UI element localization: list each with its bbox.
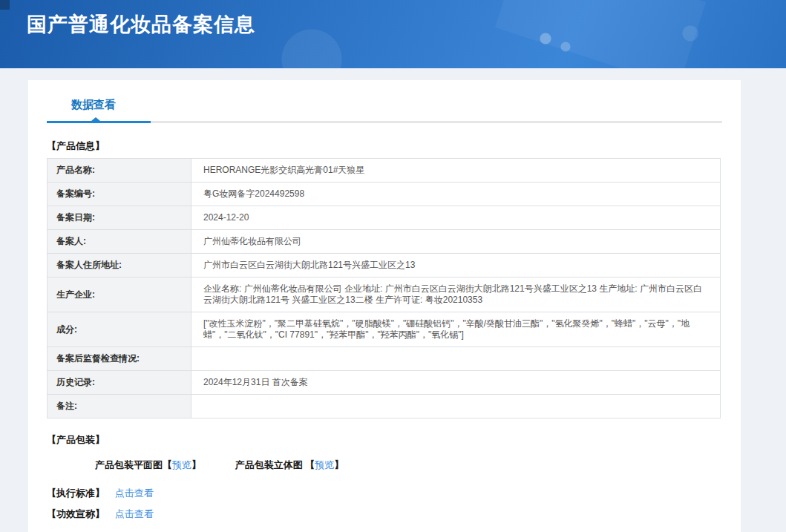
row-label: 生产企业:: [48, 278, 191, 312]
row-label: 备注:: [48, 395, 191, 418]
row-label: 备案人住所地址:: [48, 254, 191, 278]
bracket-close: 】: [191, 459, 201, 470]
product-info-table: 产品名称: HERORANGE光影交织高光膏01#天狼星 备案编号: 粤G妆网备…: [47, 158, 721, 418]
packaging-3d-item: 产品包装立体图 【预览】: [235, 459, 344, 472]
row-value: [191, 347, 721, 371]
row-label: 备案后监督检查情况:: [48, 347, 191, 371]
row-value: 粤G妆网备字2024492598: [191, 183, 721, 206]
table-row: 历史记录: 2024年12月31日 首次备案: [48, 371, 721, 395]
table-row: 备案人: 广州仙蒂化妆品有限公司: [48, 230, 721, 254]
table-row: 备案人住所地址: 广州市白云区白云湖街大朗北路121号兴盛工业区之13: [48, 254, 721, 278]
row-label: 备案编号:: [48, 183, 191, 206]
packaging-section-title: 【产品包装】: [47, 433, 722, 447]
packaging-flat-item: 产品包装平面图【预览】: [95, 459, 201, 472]
table-row: 备案日期: 2024-12-20: [48, 206, 721, 230]
row-label: 历史记录:: [48, 371, 191, 395]
table-row: 备注:: [48, 395, 721, 418]
packaging-3d-preview-link[interactable]: 预览: [315, 459, 334, 470]
row-label: 产品名称:: [48, 159, 191, 183]
row-label: 备案人:: [48, 230, 191, 254]
row-value: 2024-12-20: [191, 206, 721, 230]
tab-underline-track: [47, 121, 722, 123]
row-value: ["改性玉米淀粉"，"聚二甲基硅氧烷"，"硬脂酸镁"，"硼硅酸铝钙"，"辛酸/癸…: [191, 312, 721, 347]
efficacy-claim-row: 【功效宣称】 点击查看: [47, 508, 722, 521]
row-value: 广州仙蒂化妆品有限公司: [191, 230, 721, 254]
efficacy-claim-view-link[interactable]: 点击查看: [115, 508, 154, 519]
bracket-open: 【: [163, 459, 172, 470]
table-row: 成分: ["改性玉米淀粉"，"聚二甲基硅氧烷"，"硬脂酸镁"，"硼硅酸铝钙"，"…: [48, 312, 721, 347]
row-value: 2024年12月31日 首次备案: [191, 371, 721, 395]
header-decorative-shape: [495, 0, 706, 68]
exec-standard-view-link[interactable]: 点击查看: [115, 487, 154, 499]
packaging-3d-label: 产品包装立体图: [235, 459, 306, 470]
row-value: 广州市白云区白云湖街大朗北路121号兴盛工业区之13: [191, 254, 721, 278]
packaging-flat-label: 产品包装平面图: [95, 459, 163, 470]
packaging-row: 产品包装平面图【预览】 产品包装立体图 【预览】: [95, 459, 722, 472]
bracket-close: 】: [334, 459, 344, 470]
tab-underline-active: [47, 121, 151, 123]
tab-bar: 数据查看: [47, 93, 722, 123]
table-row: 生产企业: 企业名称: 广州仙蒂化妆品有限公司 企业地址: 广州市白云区白云湖街…: [48, 278, 721, 312]
row-value: [191, 395, 721, 418]
product-info-section-title: 【产品信息】: [47, 139, 722, 153]
row-value: 企业名称: 广州仙蒂化妆品有限公司 企业地址: 广州市白云区白云湖街大朗北路12…: [191, 278, 721, 312]
page-title: 国产普通化妆品备案信息: [27, 11, 255, 38]
exec-standard-title: 【执行标准】: [47, 487, 105, 500]
page-header: 国产普通化妆品备案信息: [0, 0, 786, 68]
table-row: 备案编号: 粤G妆网备字2024492598: [48, 183, 721, 206]
row-value: HERORANGE光影交织高光膏01#天狼星: [191, 159, 721, 183]
row-label: 成分:: [48, 312, 191, 347]
tab-caret-icon: [91, 117, 100, 121]
table-row: 备案后监督检查情况:: [48, 347, 721, 371]
header-corner-accent: [0, 0, 10, 10]
row-label: 备案日期:: [48, 206, 191, 230]
efficacy-claim-title: 【功效宣称】: [47, 508, 105, 521]
packaging-flat-preview-link[interactable]: 预览: [172, 459, 191, 470]
exec-standard-row: 【执行标准】 点击查看: [47, 487, 722, 500]
table-row: 产品名称: HERORANGE光影交织高光膏01#天狼星: [48, 159, 721, 183]
content-card: 数据查看 【产品信息】 产品名称: HERORANGE光影交织高光膏01#天狼星…: [28, 80, 741, 532]
bracket-open: 【: [305, 459, 315, 470]
